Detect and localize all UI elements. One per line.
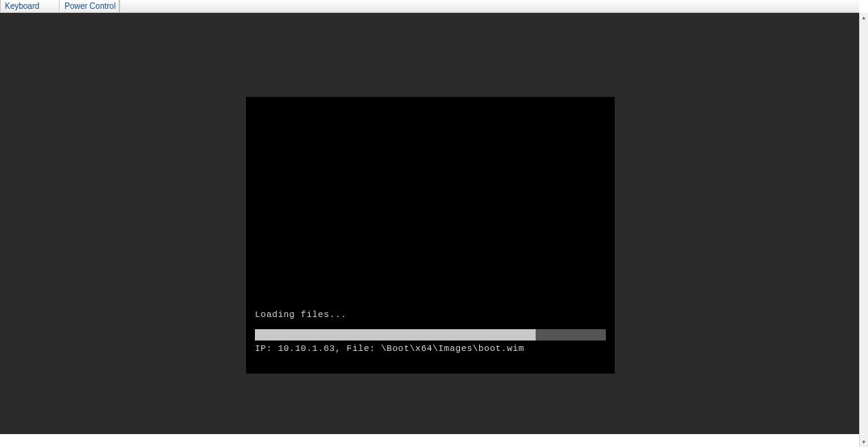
progress-bar-fill	[255, 329, 536, 340]
viewport-wrap: Loading files... IP: 10.10.1.63, File: \…	[0, 13, 868, 447]
progress-bar	[255, 329, 606, 340]
scroll-up-icon[interactable]: ▴	[860, 13, 868, 23]
tab-label: Power Control	[65, 2, 115, 10]
tab-keyboard[interactable]: Keyboard	[0, 0, 60, 12]
vertical-scrollbar[interactable]: ▴ ▾	[859, 13, 868, 447]
tab-bar-spacer	[119, 0, 859, 12]
status-line: IP: 10.10.1.63, File: \Boot\x64\Images\b…	[255, 344, 524, 353]
tab-label: Keyboard	[5, 2, 40, 10]
tab-power-control[interactable]: Power Control	[60, 0, 119, 12]
boot-console: Loading files... IP: 10.10.1.63, File: \…	[246, 97, 615, 374]
tab-bar: Keyboard Power Control	[0, 0, 859, 13]
scroll-down-icon[interactable]: ▾	[860, 437, 868, 447]
remote-display: Loading files... IP: 10.10.1.63, File: \…	[0, 13, 859, 434]
loading-label: Loading files...	[255, 310, 347, 320]
bottom-strip	[0, 434, 859, 447]
